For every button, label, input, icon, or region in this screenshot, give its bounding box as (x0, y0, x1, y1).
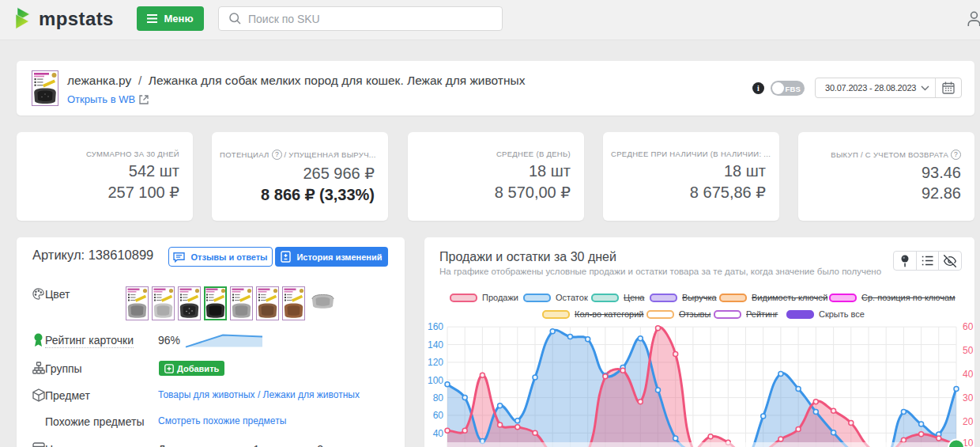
svg-text:120: 120 (428, 357, 443, 368)
svg-text:?: ? (274, 150, 278, 158)
svg-text:160: 160 (428, 321, 443, 332)
svg-text:100: 100 (428, 375, 443, 386)
svg-text:50: 50 (963, 345, 974, 356)
svg-text:40: 40 (433, 428, 444, 439)
svg-text:40: 40 (963, 369, 974, 380)
svg-text:140: 140 (428, 339, 443, 350)
svg-text:?: ? (954, 150, 958, 158)
svg-text:60: 60 (433, 410, 444, 421)
svg-text:i: i (757, 84, 760, 93)
svg-text:80: 80 (433, 392, 444, 403)
svg-text:60: 60 (963, 321, 974, 332)
svg-text:20: 20 (963, 416, 974, 427)
svg-text:30: 30 (963, 392, 974, 403)
